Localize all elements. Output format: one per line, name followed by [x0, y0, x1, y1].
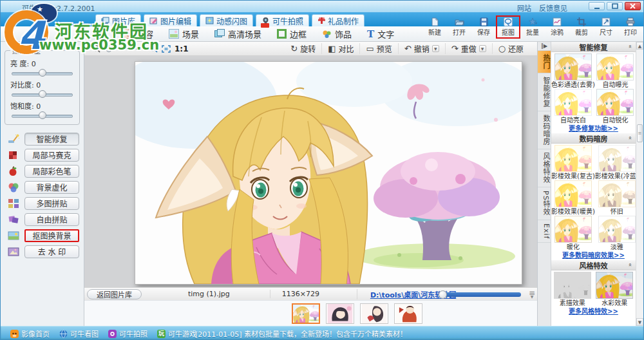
text-tool-button[interactable]: T 文字	[367, 28, 394, 40]
redo-button[interactable]: ↷重做▼	[445, 43, 492, 54]
home-link[interactable]: 影像首页	[10, 328, 50, 339]
smart-repair-button[interactable]: 智能修复	[24, 133, 79, 146]
compare-button[interactable]: ◧对比	[321, 43, 359, 54]
open-button[interactable]: 打开	[449, 17, 469, 37]
more-style-link[interactable]: 更多风格特效>>	[551, 307, 636, 316]
batch-button[interactable]: 批量	[522, 17, 543, 37]
local-color-pen-button[interactable]: 局部彩色笔	[24, 165, 79, 178]
website-link[interactable]: 网站	[517, 3, 531, 13]
save-button[interactable]: 保存	[473, 17, 494, 37]
strip-thumbnail[interactable]	[394, 303, 422, 324]
hd-scene-button[interactable]: 高清场景	[214, 28, 261, 40]
redo-dropdown[interactable]: ▼	[479, 45, 486, 52]
tab-photo-library[interactable]: 图片库	[95, 14, 141, 26]
effect-item[interactable]: 暖化	[551, 216, 595, 251]
section-header-style[interactable]: 风格特效»	[551, 260, 636, 270]
more-repair-link[interactable]: 更多修复功能>>	[551, 124, 636, 133]
vtab-darkroom[interactable]: 数码暗房	[538, 111, 551, 149]
contrast-slider[interactable]	[12, 90, 73, 99]
mosaic-icon	[8, 150, 19, 160]
contrast-slider-thumb[interactable]	[39, 90, 46, 98]
collapse-section-icon[interactable]: »	[627, 263, 633, 267]
effect-item[interactable]: 自动亮白	[551, 89, 595, 124]
canvas-zoom-slider-thumb[interactable]	[106, 46, 112, 52]
frame-label: 边框	[290, 28, 307, 40]
game-link[interactable]: 玩 可牛游戏	[157, 328, 196, 339]
brightness-slider[interactable]	[12, 69, 73, 77]
section-header-darkroom[interactable]: 数码暗房»	[551, 133, 636, 144]
undo-button[interactable]: ↶撤销▼	[398, 43, 445, 54]
tab-dynamic-flash[interactable]: 动感闪图	[200, 14, 253, 26]
strip-thumbnail[interactable]	[326, 303, 354, 324]
thumbnail-size-slider[interactable]	[440, 292, 521, 297]
feedback-link[interactable]: 反馈意见	[539, 3, 567, 13]
strip-thumbnail[interactable]	[360, 303, 388, 324]
scroll-down-button[interactable]: ▼	[636, 318, 643, 326]
back-to-library-button[interactable]: 返回图片库	[87, 289, 142, 299]
brightness-slider-thumb[interactable]	[39, 69, 46, 77]
viewer-link[interactable]: 可牛看图	[59, 328, 99, 339]
saturation-slider-thumb[interactable]	[39, 111, 46, 119]
effect-item[interactable]: 素描效果	[551, 272, 594, 307]
new-button[interactable]: 新建	[424, 17, 445, 37]
effect-item[interactable]: 水彩效果	[594, 272, 636, 307]
effect-item[interactable]: 自动曝光	[595, 53, 636, 89]
tab-photo-edit[interactable]: 图片编辑	[144, 14, 197, 26]
zoom-out-icon[interactable]	[92, 44, 100, 53]
ornament-button[interactable]: 饰品	[322, 28, 352, 40]
effect-item[interactable]: 影楼效果(冷蓝)	[595, 145, 636, 180]
effect-item[interactable]: 淡雅	[595, 216, 636, 251]
effect-item[interactable]: 影楼效果(暖黄)	[551, 180, 595, 216]
scene-button[interactable]: 场景	[169, 28, 199, 40]
frame-button[interactable]: 边框	[277, 28, 307, 40]
scroll-up-button[interactable]: ▲	[636, 42, 643, 50]
free-collage-button[interactable]: 自由拼贴	[24, 213, 79, 226]
zoom-in-icon[interactable]	[149, 44, 158, 53]
beauty-button[interactable]: 美容	[123, 28, 153, 40]
thumbnail-size-slider-thumb[interactable]	[439, 290, 447, 299]
vtab-style-effects[interactable]: 风格特效	[538, 149, 551, 187]
fit-screen-icon[interactable]	[162, 45, 171, 53]
preview-button[interactable]: ▭预览	[359, 43, 397, 54]
section-header-smart-repair[interactable]: 智能修复»	[551, 42, 636, 52]
vtab-exif[interactable]: Exif	[538, 220, 551, 243]
scrollbar-thumb[interactable]: ≡	[637, 124, 643, 142]
collapse-section-icon[interactable]: »	[627, 44, 633, 48]
rotate-button[interactable]: ↻旋转	[285, 43, 321, 54]
doodle-button[interactable]: 涂鸦	[547, 17, 567, 37]
strip-menu-icon[interactable]: ≡▼	[529, 289, 535, 299]
restore-button[interactable]: ○还原	[492, 43, 529, 54]
print-button[interactable]: 打印	[620, 17, 641, 37]
tab-gift-making[interactable]: 礼品制作	[312, 14, 365, 26]
effect-item[interactable]: 自动锐化	[595, 89, 636, 124]
multi-collage-button[interactable]: 多图拼贴	[24, 197, 79, 210]
undo-dropdown[interactable]: ▼	[432, 45, 439, 52]
cutout-background-button[interactable]: 抠图换背景	[24, 229, 79, 242]
panel-collapse-button[interactable]: ‖▶	[538, 42, 551, 51]
cutout-button[interactable]: 抠图	[498, 17, 518, 37]
vtab-hot[interactable]: 热门	[538, 51, 551, 73]
saturation-slider[interactable]	[12, 111, 73, 120]
vtab-ps-effects[interactable]: PS特效	[538, 187, 551, 220]
remove-watermark-button[interactable]: 去 水 印	[24, 245, 79, 258]
effect-item[interactable]: 影楼效果(复古)	[551, 145, 595, 180]
canvas-zoom-slider[interactable]	[104, 45, 146, 53]
background-blur-button[interactable]: 背景虚化	[24, 181, 79, 194]
local-mosaic-button[interactable]: 局部马赛克	[24, 149, 79, 162]
resize-button[interactable]: 尺寸	[596, 17, 616, 37]
effect-item[interactable]: 怀旧	[595, 180, 636, 216]
close-button[interactable]	[625, 2, 641, 10]
saturation-label: 饱和度: 0	[10, 100, 74, 111]
camera-link[interactable]: 可牛拍照	[108, 328, 147, 339]
collapse-section-icon[interactable]: »	[627, 136, 633, 140]
maximize-button[interactable]	[607, 2, 623, 10]
more-darkroom-link[interactable]: 更多数码暗房效果>>	[551, 251, 636, 260]
announcement-text[interactable]: [2011-01-05] 素材包批量下载，全新登场！包含千万个精美素材！	[195, 328, 407, 339]
vtab-smart-repair[interactable]: 智能修复	[538, 73, 551, 111]
minimize-button[interactable]	[589, 2, 605, 10]
effect-item[interactable]: 色彩通透(去雾)	[551, 53, 595, 89]
zoom-ratio-label[interactable]: 1:1	[175, 44, 189, 53]
strip-thumbnail-selected[interactable]	[292, 303, 320, 324]
effects-scrollbar[interactable]: ▲ ≡ ▼	[636, 42, 643, 326]
crop-button[interactable]: 裁剪	[571, 17, 592, 37]
